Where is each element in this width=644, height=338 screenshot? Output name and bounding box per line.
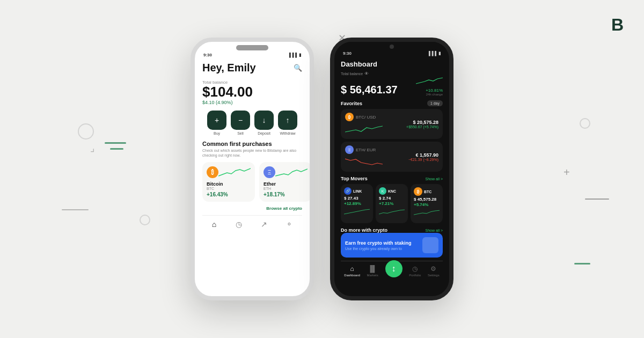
status-time-dark: 9:30 xyxy=(343,51,352,56)
btc-mover[interactable]: ₿ BTC $ 45,575.28 +5.74% xyxy=(411,184,443,223)
buy-button[interactable]: + Buy xyxy=(207,111,226,135)
knc-name: KNC xyxy=(388,189,396,193)
light-phone-content: Hey, Emily 🔍 Total balance $104.00 $4.10… xyxy=(195,60,310,233)
nav-clock-icon[interactable]: ◷ xyxy=(236,220,242,229)
time-badge[interactable]: 1 day xyxy=(427,100,443,106)
show-all-do-more[interactable]: Show all > xyxy=(426,229,443,232)
link-mover[interactable]: 🔗 LINK $ 27.43 +12.89% xyxy=(341,184,373,223)
signal-icon: ▐▐▐ xyxy=(288,53,297,57)
nav-markets[interactable]: ▐▌ Markets xyxy=(367,265,378,277)
staking-card[interactable]: Earn free crypto with staking Use the cr… xyxy=(341,233,443,258)
deposit-button[interactable]: ↓ Deposit xyxy=(254,111,274,135)
show-all-movers[interactable]: Show all > xyxy=(426,177,443,181)
status-bar-dark: 9:30 ▐▐▐ ▮ xyxy=(334,49,449,58)
app-logo: B xyxy=(611,15,623,35)
action-buttons: + Buy − Sell ↓ Deposit ↑ Withdraw xyxy=(202,111,302,135)
top-movers-label: Top Movers xyxy=(341,176,368,181)
withdraw-label: Withdraw xyxy=(280,131,295,135)
link-icon: 🔗 xyxy=(344,187,352,195)
phone-notch-light xyxy=(236,45,268,50)
dark-bottom-nav: ⌂ Dashboard ▐▌ Markets ↕ ◷ Portfolio ⚙ S… xyxy=(341,261,443,280)
sell-label: Sell xyxy=(237,131,244,135)
favorites-label: Favorites xyxy=(341,101,362,106)
btc-mover-icon: ₿ xyxy=(414,187,422,196)
balance-section: Total balance $104.00 $4.10 (4.90%) xyxy=(202,80,302,105)
balance-sparkline xyxy=(416,76,443,86)
top-movers-grid: 🔗 LINK $ 27.43 +12.89% K KNC $ 2.74 + xyxy=(341,184,443,223)
signal-dark-icon: ▐▐▐ xyxy=(427,51,436,56)
nav-dashboard[interactable]: ⌂ Dashboard xyxy=(344,265,360,277)
search-icon[interactable]: 🔍 xyxy=(294,64,302,72)
center-icon: ↕ xyxy=(392,264,396,274)
link-price: $ 27.43 xyxy=(344,196,370,201)
buy-icon: + xyxy=(207,111,226,130)
dashboard-title: Dashboard xyxy=(341,58,443,70)
eth-sparkline xyxy=(275,166,308,179)
sell-icon: − xyxy=(231,111,250,130)
favorites-header: Favorites 1 day xyxy=(341,100,443,106)
knc-mover[interactable]: K KNC $ 2.74 +7.21% xyxy=(376,184,408,223)
greeting-text: Hey, Emily xyxy=(202,62,256,74)
nav-home-icon[interactable]: ⌂ xyxy=(212,220,216,229)
dark-phone-content: Dashboard Total balance 👁 $ 56,461.37 xyxy=(334,58,449,280)
bitcoin-symbol: BTC xyxy=(207,187,251,190)
portfolio-nav-icon: ◷ xyxy=(412,265,418,273)
btc-mover-price: $ 45,575.28 xyxy=(414,197,440,202)
withdraw-button[interactable]: ↑ Withdraw xyxy=(278,111,297,135)
buy-label: Buy xyxy=(214,131,220,135)
browse-link[interactable]: Browse all crypto xyxy=(202,206,302,211)
eth-favorite-item[interactable]: Ξ ETH/ EUR € 1,557.90 −€21.39 (−8.29%) xyxy=(341,142,443,172)
eye-icon: 👁 xyxy=(364,71,369,76)
top-movers-header: Top Movers Show all > xyxy=(341,176,443,181)
nav-chart-icon[interactable]: ↗ xyxy=(261,220,267,229)
link-change: +12.89% xyxy=(344,201,370,206)
knc-icon: K xyxy=(379,187,386,195)
btc-mover-change: +5.74% xyxy=(414,202,440,207)
markets-nav-label: Markets xyxy=(367,274,378,277)
greeting-section: Hey, Emily xyxy=(202,62,256,74)
section-title: Common first purchases xyxy=(202,141,302,147)
deposit-label: Deposit xyxy=(258,131,270,135)
total-balance-amount: $ 56,461.37 xyxy=(341,83,398,96)
eth-fav-icon: Ξ xyxy=(345,145,354,154)
btc-fav-sparkline xyxy=(345,123,383,135)
btc-mover-name: BTC xyxy=(424,190,431,194)
btc-price: $ 20,575.28 xyxy=(406,120,438,125)
status-bar-light: 9:30 ▐▐▐ ▮ xyxy=(195,50,310,60)
eth-price: € 1,557.90 xyxy=(408,152,438,158)
nav-settings[interactable]: ⚙ Settings xyxy=(428,265,440,277)
ether-card[interactable]: Ξ Ether ETH +18.17% xyxy=(259,162,312,202)
nav-center-button[interactable]: ↕ xyxy=(385,260,402,277)
btc-mover-sparkline xyxy=(414,208,440,218)
markets-nav-icon: ▐▌ xyxy=(368,265,377,273)
light-phone: 9:30 ▐▐▐ ▮ Hey, Emily 🔍 Total balance $1… xyxy=(191,38,314,300)
knc-change: +7.21% xyxy=(379,201,405,206)
staking-title: Earn free crypto with staking xyxy=(345,240,412,246)
dashboard-nav-label: Dashboard xyxy=(344,274,360,277)
sell-button[interactable]: − Sell xyxy=(231,111,250,135)
btc-fav-icon: ₿ xyxy=(345,113,354,121)
btc-change: +$550.67 (+5.74%) xyxy=(406,125,438,129)
crypto-cards: ₿ Bitcoin BTC +16.43% Ξ xyxy=(202,162,302,202)
settings-nav-icon: ⚙ xyxy=(430,265,436,273)
portfolio-nav-label: Portfolio xyxy=(409,274,421,277)
btc-icon: ₿ xyxy=(207,166,218,178)
eth-change: −€21.39 (−8.29%) xyxy=(408,158,438,161)
btc-fav-right: $ 20,575.28 +$550.67 (+5.74%) xyxy=(406,120,438,129)
btc-favorite-item[interactable]: ₿ BTC/ USD $ 20,575.28 +$550.67 (+5.74%) xyxy=(341,109,443,139)
total-balance-section: Total balance 👁 $ 56,461.37 +10.81% 24h … xyxy=(341,71,443,96)
nav-profile-icon[interactable]: ⚬ xyxy=(286,220,292,229)
phone-notch-dark xyxy=(390,45,394,49)
common-purchases-section: Common first purchases Check out which a… xyxy=(202,141,302,211)
total-balance-change: +10.81% xyxy=(416,88,443,93)
settings-nav-label: Settings xyxy=(428,274,440,277)
bitcoin-card[interactable]: ₿ Bitcoin BTC +16.43% xyxy=(202,162,255,202)
light-header: Hey, Emily 🔍 xyxy=(202,60,302,76)
eth-icon: Ξ xyxy=(264,166,275,178)
eth-fav-sparkline xyxy=(345,156,383,168)
total-change-label: 24h change xyxy=(416,93,443,96)
eth-fav-left: Ξ ETH/ EUR xyxy=(345,145,383,168)
total-balance-label: Total balance 👁 xyxy=(341,71,443,76)
nav-portfolio[interactable]: ◷ Portfolio xyxy=(409,265,421,277)
phones-container: 9:30 ▐▐▐ ▮ Hey, Emily 🔍 Total balance $1… xyxy=(191,38,453,300)
